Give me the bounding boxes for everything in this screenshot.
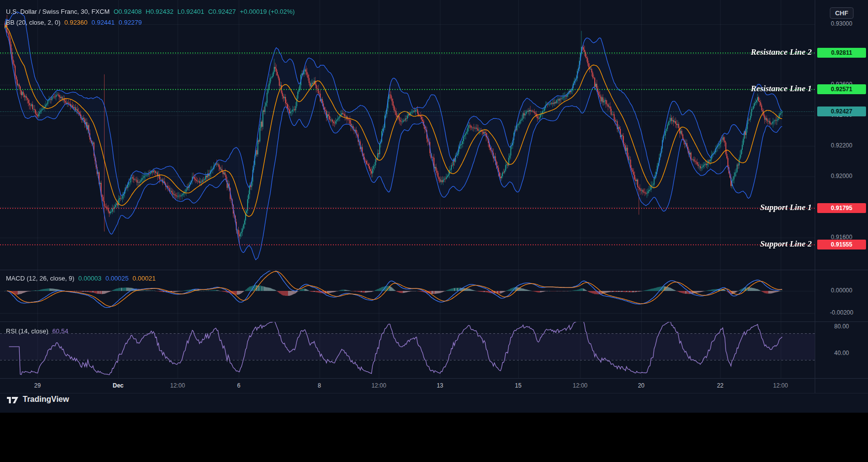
axis-tick-label: 40.00 <box>815 350 868 356</box>
ohlc-open: O0.92408 <box>113 8 142 15</box>
ohlc-high: H0.92432 <box>145 8 173 15</box>
macd-legend: MACD (12, 26, close, 9) 0.00003 0.00025 … <box>6 275 156 282</box>
tradingview-chart-page: U.S. Dollar / Swiss Franc, 30, FXCM O0.9… <box>0 0 868 462</box>
axis-tick-label: 0.00000 <box>815 287 868 294</box>
time-tick-8: 8 <box>318 382 321 389</box>
time-tick-1200: 12:00 <box>170 382 185 389</box>
time-tick-6: 6 <box>237 382 241 389</box>
support-line-2-badge[interactable]: 0.91555 <box>817 240 866 249</box>
bottom-filler <box>0 413 868 462</box>
axis-separator <box>815 0 815 393</box>
time-tick-1200: 12:00 <box>773 382 788 389</box>
axis-tick-label: 80.00 <box>815 323 868 330</box>
time-tick-1200: 12:00 <box>371 382 386 389</box>
tradingview-logo-text[interactable]: TradingView <box>23 395 69 404</box>
currency-badge[interactable]: CHF <box>830 7 854 19</box>
symbol-legend: U.S. Dollar / Swiss Franc, 30, FXCM O0.9… <box>6 8 295 15</box>
pane-separator-rsi <box>0 321 868 322</box>
macd-signal-value: 0.00021 <box>133 275 156 282</box>
time-tick-15: 15 <box>515 382 521 389</box>
rsi-indicator-title[interactable]: RSI (14, close) <box>6 327 48 335</box>
time-tick-13: 13 <box>436 382 443 389</box>
resistance-line-1-badge[interactable]: 0.92571 <box>817 84 866 94</box>
support-line-1-badge[interactable]: 0.91795 <box>817 203 866 213</box>
bb-lower-value: 0.92279 <box>119 19 142 26</box>
price-change: +0.00019 (+0.02%) <box>240 8 294 15</box>
macd-histogram-value: 0.00003 <box>78 275 102 282</box>
time-tick-22: 22 <box>717 382 723 389</box>
time-axis[interactable]: 29Dec12:006812:00131512:00202212:00 <box>0 379 815 393</box>
time-tick-20: 20 <box>638 382 644 389</box>
pane-separator-macd <box>0 270 868 270</box>
bottom-separator <box>0 393 868 393</box>
time-tick-dec: Dec <box>113 382 124 389</box>
bb-indicator-title[interactable]: BB (20, close, 2, 0) <box>6 19 61 26</box>
macd-indicator-title[interactable]: MACD (12, 26, close, 9) <box>6 275 74 282</box>
bb-basis-value: 0.92360 <box>65 19 88 26</box>
resistance-line-2-badge[interactable]: 0.92811 <box>817 48 866 58</box>
macd-line-value: 0.00025 <box>106 275 129 282</box>
resistance-line-2-label[interactable]: Resistance Line 2 <box>751 47 812 57</box>
axis-tick-label: 0.93000 <box>815 20 868 27</box>
bb-legend: BB (20, close, 2, 0) 0.92360 0.92441 0.9… <box>6 19 142 26</box>
support-line-2-label[interactable]: Support Line 2 <box>760 239 812 249</box>
axis-tick-label: -0.00200 <box>815 309 868 316</box>
ohlc-close: C0.92427 <box>208 8 236 15</box>
axis-tick-label: 0.92200 <box>815 142 868 149</box>
last-price-badge[interactable]: 0.92427 <box>817 107 866 116</box>
symbol-title[interactable]: U.S. Dollar / Swiss Franc, 30, FXCM <box>6 8 109 15</box>
resistance-line-1-label[interactable]: Resistance Line 1 <box>751 84 812 94</box>
support-line-1-label[interactable]: Support Line 1 <box>760 203 812 213</box>
bb-upper-value: 0.92441 <box>92 19 115 26</box>
axis-tick-label: 0.92000 <box>815 173 868 179</box>
tradingview-logo-icon[interactable] <box>7 395 19 404</box>
ohlc-low: L0.92401 <box>178 8 204 15</box>
rsi-value: 60.54 <box>52 327 69 335</box>
time-tick-29: 29 <box>34 382 40 389</box>
logo-bar: TradingView <box>7 395 69 404</box>
time-tick-1200: 12:00 <box>573 382 587 389</box>
rsi-legend: RSI (14, close) 60.54 <box>6 327 69 335</box>
